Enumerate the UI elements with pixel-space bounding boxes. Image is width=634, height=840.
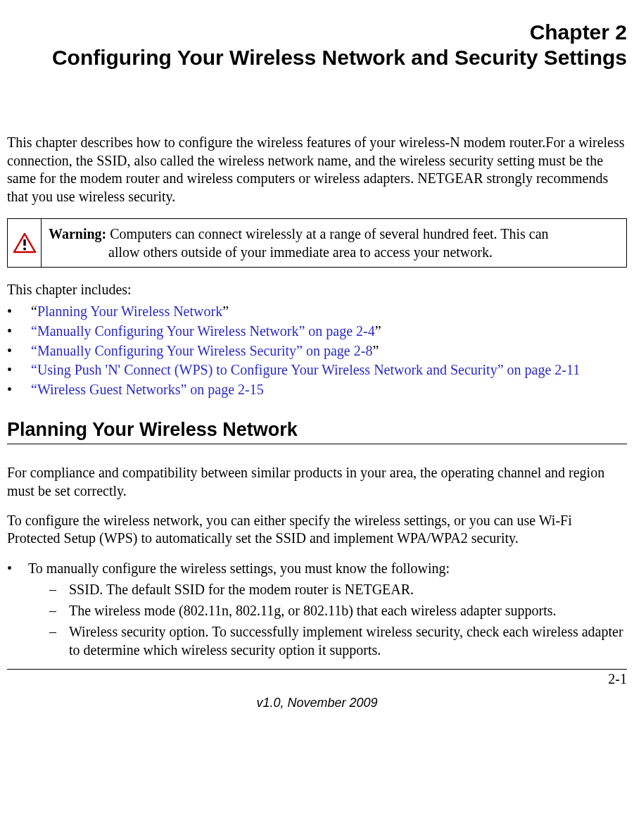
section-heading-planning: Planning Your Wireless Network	[7, 419, 627, 444]
chapter-title: Configuring Your Wireless Network and Se…	[7, 45, 627, 70]
warning-icon-cell	[8, 219, 42, 267]
bullet-glyph: •	[7, 302, 31, 322]
svg-rect-0	[23, 239, 25, 246]
toc-post: ”	[222, 303, 229, 319]
bullet-glyph: •	[7, 380, 31, 400]
toc-item: • “Manually Configuring Your Wireless Se…	[7, 341, 627, 361]
toc-pre: “	[31, 303, 37, 319]
toc-item: • “Planning Your Wireless Network”	[7, 302, 627, 322]
svg-point-1	[23, 248, 26, 251]
bullet-glyph: •	[7, 341, 31, 361]
toc-item: • “Using Push 'N' Connect (WPS) to Confi…	[7, 361, 627, 380]
toc-list: • “Planning Your Wireless Network” • “Ma…	[7, 302, 627, 399]
sub-list-item: – Wireless security option. To successfu…	[28, 622, 627, 659]
body-paragraph-2: To configure the wireless network, you c…	[7, 512, 627, 548]
toc-post: ”	[372, 343, 379, 358]
dash-glyph: –	[49, 622, 69, 659]
toc-link-wps[interactable]: “Using Push 'N' Connect (WPS) to Configu…	[31, 362, 580, 377]
warning-text: Warning: Computers can connect wirelessl…	[42, 219, 626, 267]
bullet-glyph: •	[7, 559, 28, 662]
toc-link-guest[interactable]: “Wireless Guest Networks” on page 2-15	[31, 382, 264, 397]
chapter-number: Chapter 2	[7, 20, 627, 45]
sub-item-security: Wireless security option. To successfull…	[69, 622, 627, 659]
intro-paragraph: This chapter describes how to configure …	[7, 134, 627, 206]
toc-post: ”	[375, 323, 381, 339]
chapter-header: Chapter 2 Configuring Your Wireless Netw…	[7, 20, 627, 70]
sub-list-item: – The wireless mode (802.11n, 802.11g, o…	[28, 601, 627, 620]
sub-list-item: – SSID. The default SSID for the modem r…	[28, 580, 627, 598]
warning-box: Warning: Computers can connect wirelessl…	[7, 218, 627, 268]
body-paragraph-1: For compliance and compatibility between…	[7, 464, 627, 500]
dash-glyph: –	[49, 580, 69, 598]
bullet-intro-text: To manually configure the wireless setti…	[28, 560, 450, 576]
includes-label: This chapter includes:	[7, 282, 627, 298]
warning-line1: Computers can connect wirelessly at a ra…	[106, 226, 548, 242]
list-item: • To manually configure the wireless set…	[7, 559, 627, 662]
toc-item: • “Manually Configuring Your Wireless Ne…	[7, 322, 627, 341]
toc-item: • “Wireless Guest Networks” on page 2-15	[7, 380, 627, 400]
toc-link-manual-network[interactable]: “Manually Configuring Your Wireless Netw…	[31, 323, 375, 339]
sub-item-ssid: SSID. The default SSID for the modem rou…	[69, 580, 627, 598]
warning-line2: allow others outside of your immediate a…	[49, 243, 619, 261]
sub-item-mode: The wireless mode (802.11n, 802.11g, or …	[69, 601, 627, 620]
version-footer: v1.0, November 2009	[7, 696, 627, 710]
sub-list: – SSID. The default SSID for the modem r…	[28, 580, 627, 659]
warning-triangle-icon	[13, 232, 37, 253]
page-number: 2-1	[7, 671, 627, 687]
toc-link-manual-security[interactable]: “Manually Configuring Your Wireless Secu…	[31, 343, 372, 358]
bullet-glyph: •	[7, 361, 31, 380]
footer-rule	[7, 669, 627, 670]
bullet-glyph: •	[7, 322, 31, 341]
toc-link-planning[interactable]: Planning Your Wireless Network	[37, 303, 222, 319]
dash-glyph: –	[49, 601, 69, 620]
warning-label: Warning:	[49, 226, 106, 242]
manual-config-list: • To manually configure the wireless set…	[7, 559, 627, 662]
